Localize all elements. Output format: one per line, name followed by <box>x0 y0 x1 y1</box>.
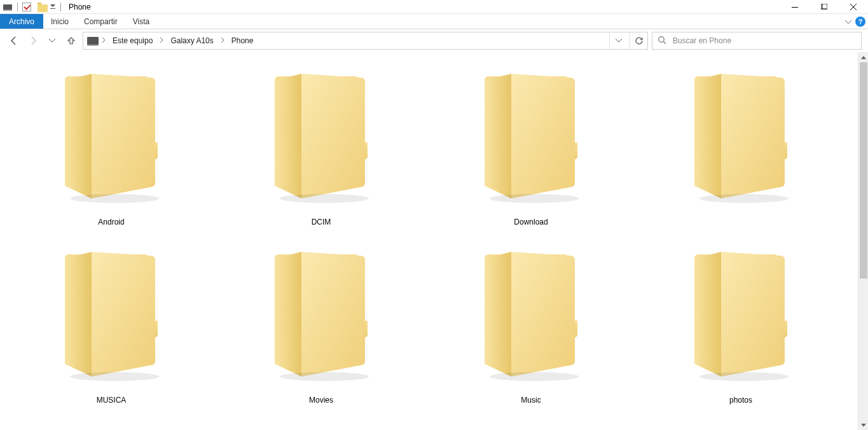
navigation-row: Este equipo Galaxy A10s Phone <box>0 29 868 52</box>
device-icon <box>87 37 99 45</box>
folder-item[interactable]: DCIM <box>216 71 426 249</box>
refresh-button[interactable] <box>630 32 647 49</box>
folder-item[interactable] <box>636 71 846 249</box>
titlebar: Phone <box>0 0 868 14</box>
folder-icon <box>267 71 375 205</box>
recent-locations-dropdown[interactable] <box>45 32 60 50</box>
folder-item[interactable]: Download <box>426 71 636 249</box>
folder-label: photos <box>729 396 752 405</box>
breadcrumb[interactable]: Phone <box>228 36 258 45</box>
address-dropdown-button[interactable] <box>609 32 627 49</box>
maximize-button[interactable] <box>809 0 839 14</box>
qat-separator <box>17 3 18 11</box>
scroll-thumb[interactable] <box>860 62 867 279</box>
svg-rect-3 <box>822 4 827 9</box>
quick-access-toolbar <box>3 2 64 12</box>
scroll-up-icon[interactable] <box>858 52 869 62</box>
scroll-track[interactable] <box>858 62 869 420</box>
breadcrumb[interactable]: Galaxy A10s <box>167 36 217 45</box>
properties-icon[interactable] <box>22 3 31 11</box>
search-icon <box>658 36 666 46</box>
forward-button[interactable] <box>25 32 41 50</box>
back-button[interactable] <box>6 32 22 50</box>
folder-label: DCIM <box>312 218 331 226</box>
up-button[interactable] <box>64 32 79 50</box>
folder-label: MUSICA <box>97 396 127 405</box>
window-controls <box>780 0 868 14</box>
folder-grid[interactable]: Android DCIM Download MUSICA Movies Musi… <box>0 52 858 430</box>
folder-item[interactable]: Movies <box>216 249 426 427</box>
folder-icon <box>687 71 795 205</box>
svg-rect-1 <box>792 7 798 8</box>
folder-icon <box>687 249 795 383</box>
help-button[interactable]: ? <box>855 17 865 27</box>
window-title: Phone <box>69 3 91 11</box>
breadcrumb[interactable]: Este equipo <box>109 36 156 45</box>
folder-label: Download <box>514 218 548 226</box>
tab-inicio[interactable]: Inicio <box>43 14 76 29</box>
folder-label: Android <box>98 218 124 226</box>
tab-vista[interactable]: Vista <box>125 14 157 29</box>
content-wrap: Android DCIM Download MUSICA Movies Musi… <box>0 52 868 430</box>
ribbon: Archivo Inicio Compartir Vista ? <box>0 14 868 29</box>
folder-icon <box>477 249 585 383</box>
search-box[interactable] <box>652 32 862 50</box>
folder-item[interactable]: Android <box>6 71 216 249</box>
svg-rect-0 <box>50 8 55 9</box>
folder-label: Movies <box>309 396 333 405</box>
folder-icon <box>57 249 165 383</box>
chevron-right-icon[interactable] <box>159 37 164 45</box>
folder-icon[interactable] <box>38 4 48 12</box>
search-input[interactable] <box>672 36 861 46</box>
folder-icon <box>57 71 165 205</box>
chevron-right-icon[interactable] <box>220 37 225 45</box>
folder-item[interactable]: photos <box>636 249 846 427</box>
svg-line-5 <box>664 41 666 44</box>
tab-file[interactable]: Archivo <box>0 14 43 29</box>
ribbon-collapse-icon[interactable] <box>845 18 851 25</box>
vertical-scrollbar[interactable] <box>858 52 868 430</box>
device-icon[interactable] <box>3 2 13 12</box>
close-button[interactable] <box>839 0 868 14</box>
folder-icon <box>267 249 375 383</box>
folder-item[interactable]: Music <box>426 249 636 427</box>
folder-item[interactable]: MUSICA <box>6 249 216 427</box>
minimize-button[interactable] <box>780 0 809 14</box>
scroll-down-icon[interactable] <box>858 420 869 430</box>
folder-icon <box>477 71 585 205</box>
tab-compartir[interactable]: Compartir <box>76 14 125 29</box>
address-bar[interactable]: Este equipo Galaxy A10s Phone <box>83 32 648 50</box>
folder-label: Music <box>521 396 541 405</box>
qat-separator <box>60 3 61 11</box>
qat-dropdown-icon[interactable] <box>50 2 56 12</box>
svg-point-4 <box>659 36 665 42</box>
chevron-right-icon[interactable] <box>101 37 106 45</box>
